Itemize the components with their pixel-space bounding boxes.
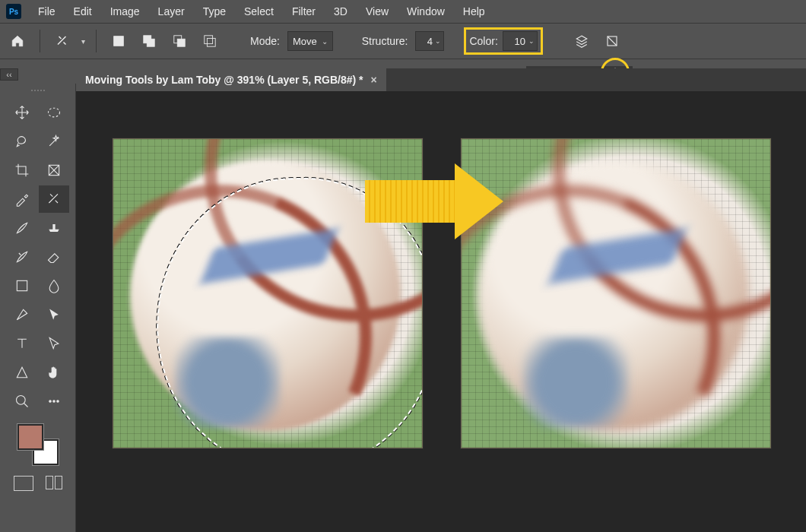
transform-on-drop-icon[interactable] xyxy=(601,30,624,52)
structure-value: 4 xyxy=(427,36,433,47)
marquee-tool[interactable] xyxy=(39,99,69,126)
divider xyxy=(96,30,97,52)
selection-add-icon[interactable] xyxy=(138,30,160,52)
color-option-highlight: Color: 10 ⌄ xyxy=(464,27,542,55)
mode-label: Mode: xyxy=(250,35,280,47)
color-swatches[interactable] xyxy=(17,424,59,465)
svg-rect-0 xyxy=(114,36,124,46)
menu-type[interactable]: Type xyxy=(195,2,233,21)
menu-view[interactable]: View xyxy=(358,2,396,21)
svg-point-13 xyxy=(52,401,55,403)
menu-select[interactable]: Select xyxy=(236,2,281,21)
selection-subtract-icon[interactable] xyxy=(168,30,191,52)
lasso-tool[interactable] xyxy=(7,128,37,155)
crop-tool[interactable] xyxy=(7,157,37,184)
svg-point-8 xyxy=(48,108,59,117)
menu-window[interactable]: Window xyxy=(399,2,452,21)
tools-panel xyxy=(0,84,76,532)
options-bar: ▾ Mode: Move ⌄ Structure: 4 ⌄ Color: 10 … xyxy=(0,23,806,59)
blur-tool[interactable] xyxy=(39,272,69,299)
svg-rect-10 xyxy=(17,280,27,290)
structure-input[interactable]: 4 ⌄ xyxy=(415,31,444,51)
svg-rect-6 xyxy=(207,38,215,46)
history-brush-tool[interactable] xyxy=(7,243,37,271)
svg-rect-5 xyxy=(205,36,213,44)
eraser-tool[interactable] xyxy=(39,243,69,271)
brush-tool[interactable] xyxy=(7,214,37,242)
edit-toolbar-icon[interactable] xyxy=(39,388,69,415)
hand-tool[interactable] xyxy=(39,359,69,386)
chevron-down-icon: ⌄ xyxy=(322,37,328,46)
content-aware-move-tool[interactable] xyxy=(39,185,69,213)
clone-stamp-tool[interactable] xyxy=(39,214,69,242)
arrow-head-icon xyxy=(455,163,503,239)
menu-layer[interactable]: Layer xyxy=(151,2,192,21)
color-value: 10 xyxy=(515,36,525,47)
magic-wand-tool[interactable] xyxy=(39,128,69,155)
document-tab-bar: Moving Tools by Lam Toby @ 391% (Layer 5… xyxy=(76,68,806,91)
color-label: Color: xyxy=(469,35,497,47)
panel-grip-icon[interactable] xyxy=(15,90,61,94)
quick-mask-icon[interactable] xyxy=(14,476,33,491)
menu-image[interactable]: Image xyxy=(103,2,148,21)
menu-filter[interactable]: Filter xyxy=(284,2,323,21)
app-logo: Ps xyxy=(6,4,21,19)
zoom-tool[interactable] xyxy=(7,388,37,415)
type-tool[interactable] xyxy=(7,330,37,357)
canvas-area[interactable] xyxy=(76,91,806,532)
selection-new-icon[interactable] xyxy=(107,30,130,52)
svg-point-12 xyxy=(49,401,51,403)
eyedropper-tool[interactable] xyxy=(7,185,37,213)
chevron-down-icon: ⌄ xyxy=(435,37,441,45)
color-input[interactable]: 10 ⌄ xyxy=(503,31,538,51)
svg-rect-2 xyxy=(147,39,154,46)
frame-tool[interactable] xyxy=(39,157,69,184)
move-tool[interactable] xyxy=(7,99,37,126)
content-aware-move-icon[interactable] xyxy=(51,30,74,52)
svg-point-11 xyxy=(16,396,25,405)
arrow-shaft xyxy=(365,180,458,223)
document-tab[interactable]: Moving Tools by Lam Toby @ 391% (Layer 5… xyxy=(76,68,386,91)
collapse-panels-icon[interactable]: ‹‹ xyxy=(0,68,18,81)
direct-selection-tool[interactable] xyxy=(39,330,69,357)
arrow-annotation xyxy=(365,163,537,247)
gradient-tool[interactable] xyxy=(7,272,37,299)
structure-label: Structure: xyxy=(362,35,408,47)
menu-edit[interactable]: Edit xyxy=(66,2,100,21)
chevron-down-icon: ⌄ xyxy=(528,37,535,45)
close-tab-icon[interactable]: × xyxy=(371,74,377,86)
tool-dropdown-chevron-icon[interactable]: ▾ xyxy=(81,37,85,46)
svg-rect-4 xyxy=(177,39,185,46)
menu-help[interactable]: Help xyxy=(455,2,493,21)
sample-all-layers-icon[interactable] xyxy=(570,30,593,52)
mode-dropdown[interactable]: Move ⌄ xyxy=(287,31,333,51)
menu-file[interactable]: File xyxy=(30,2,63,21)
divider xyxy=(40,30,40,52)
home-icon[interactable] xyxy=(6,30,29,52)
path-selection-tool[interactable] xyxy=(39,301,69,328)
foreground-color-swatch[interactable] xyxy=(17,424,43,450)
selection-intersect-icon[interactable] xyxy=(198,30,221,52)
screen-mode-icon[interactable] xyxy=(46,476,62,489)
document-title: Moving Tools by Lam Toby @ 391% (Layer 5… xyxy=(85,74,363,86)
ball-smudge xyxy=(522,337,629,428)
pen-tool[interactable] xyxy=(7,301,37,328)
svg-point-14 xyxy=(56,401,59,403)
menu-bar: Ps File Edit Image Layer Type Select Fil… xyxy=(0,0,806,23)
mode-value: Move xyxy=(293,36,317,47)
shape-tool[interactable] xyxy=(7,359,37,386)
menu-3d[interactable]: 3D xyxy=(326,2,355,21)
